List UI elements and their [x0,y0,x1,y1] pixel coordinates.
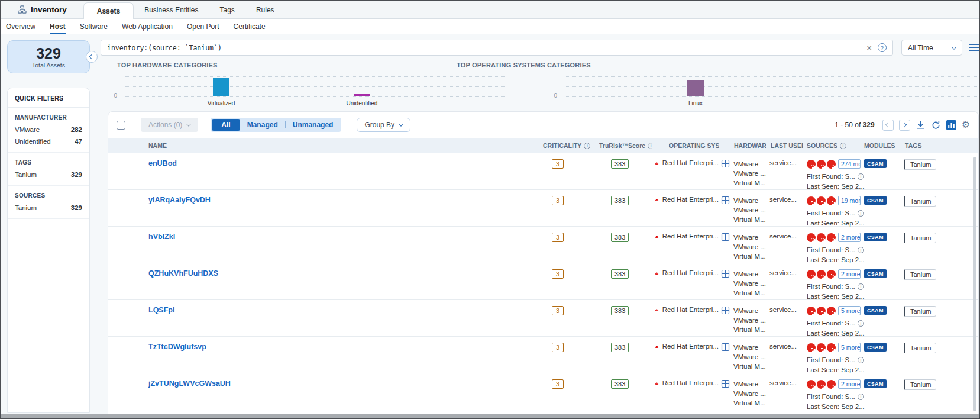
segment-all[interactable]: All [212,119,240,131]
bar-unidentified[interactable] [354,94,370,96]
last-seen-line: Last Seen: Sep 2... [807,403,861,410]
filter-item-source-tanium[interactable]: Tanium 329 [15,204,82,211]
segment-managed[interactable]: Managed [240,119,285,131]
filter-section-title: MANUFACTURER [15,114,82,121]
redhat-icon [655,343,659,351]
column-header-trurisk-score[interactable]: TruRisk™Score [593,142,652,149]
filter-section-title: TAGS [15,159,82,166]
column-header-operating-system[interactable]: OPERATING SYSTEM [652,142,719,149]
column-header-name[interactable]: NAME [144,142,537,149]
more-sources-badge[interactable]: 19 more [838,196,861,205]
more-sources-badge[interactable]: 2 more [838,269,861,279]
column-header-sources[interactable]: SOURCES [803,142,861,149]
trurisk-score-badge: 383 [611,343,629,352]
previous-page-button[interactable] [882,120,894,131]
tab-rules[interactable]: Rules [245,1,285,19]
column-header-last-user[interactable]: LAST USER [766,142,803,149]
tanium-source-icon [827,270,836,279]
column-header-criticality[interactable]: CRITICALITY [537,142,593,149]
table-row: jZvTUNgLWVcGWsaUH3383Red Hat Enterpri...… [108,373,978,410]
more-sources-badge[interactable]: 5 more [838,343,861,352]
tanium-source-icon [807,160,816,169]
operating-system-cell: Red Hat Enterpri... [652,190,719,226]
criticality-cell: 3 [537,153,593,189]
column-header-modules[interactable]: MODULES [861,142,901,149]
asset-name-link[interactable]: hVbIZkl [148,233,175,241]
top-navigation-bar: Inventory Assets Business Entities Tags … [1,1,979,19]
filter-item-vmware[interactable]: VMware 282 [15,126,82,133]
tanium-source-icon [827,380,836,389]
chart-view-icon[interactable] [946,120,956,130]
redhat-icon [655,159,659,167]
chevron-left-icon [885,123,890,127]
criticality-cell: 3 [537,337,593,373]
trurisk-score-badge: 383 [611,306,629,315]
asset-name-link[interactable]: yIARqAaIyFQvDH [148,196,211,204]
app-title: Inventory [18,5,67,14]
os-chart-title: TOP OPERATING SYSTEMS CATEGORIES [457,62,591,69]
select-all-checkbox[interactable] [117,121,125,130]
subnav-overview[interactable]: Overview [6,19,35,34]
last-user-cell: service... [766,263,803,299]
criticality-cell: 3 [537,373,593,410]
refresh-icon[interactable] [931,120,941,130]
asset-name-link[interactable]: jZvTUNgLWVcGWsaUH [148,379,231,388]
tab-assets[interactable]: Assets [83,2,134,20]
last-user: service... [769,159,797,166]
tags-cell: Tanium [901,190,978,226]
subnav-open-port[interactable]: Open Port [187,19,219,34]
column-header-tags[interactable]: TAGS [901,142,978,149]
menu-hamburger-icon[interactable] [969,44,979,53]
subnav-web-application[interactable]: Web Application [122,19,173,34]
more-sources-badge[interactable]: 2 more [838,233,861,242]
table-vertical-scrollbar[interactable] [973,157,976,411]
search-help-icon[interactable]: ? [878,43,887,52]
source-icons: 5 more [807,306,861,315]
more-sources-badge[interactable]: 274 more [838,159,861,169]
source-icons: 19 more [807,196,861,205]
tanium-source-icon [817,380,826,389]
last-user-cell: service... [766,190,803,226]
subnav-host[interactable]: Host [50,19,66,34]
more-sources-badge[interactable]: 5 more [838,306,861,315]
filter-item-unidentified[interactable]: Unidentified 47 [15,138,82,145]
segment-unmanaged[interactable]: Unmanaged [286,119,341,131]
download-icon[interactable] [916,120,926,130]
operating-system-cell: Red Hat Enterpri... [652,263,719,299]
redhat-icon [655,379,659,388]
query-search-bar[interactable]: × ? [101,40,893,56]
asset-name-link[interactable]: QZHuKVhFUuHDXS [148,269,218,278]
filter-item-tag-tanium[interactable]: Tanium 329 [15,171,82,178]
next-page-button[interactable] [899,120,910,131]
filter-section-tags: TAGS Tanium 329 [8,153,89,186]
operating-system-cell: Red Hat Enterpri... [652,153,719,189]
tab-business-entities[interactable]: Business Entities [134,1,209,19]
subnav-certificate[interactable]: Certificate [234,19,266,34]
hardware-cell: VMwareVMware ...Virtual M... [719,263,766,299]
time-range-dropdown[interactable]: All Time [901,40,962,56]
bar-virtualized[interactable] [213,78,229,96]
modules-cell: CSAM [861,263,901,299]
column-header-hardware[interactable]: HARDWARE [719,142,766,149]
tab-tags[interactable]: Tags [209,1,245,19]
time-range-value: All Time [908,44,933,52]
asset-name-link[interactable]: TzTtcDWglufsvp [148,343,206,351]
os-name: Red Hat Enterpri... [662,343,719,373]
clear-search-icon[interactable]: × [866,43,872,52]
table-row: enUBod3383Red Hat Enterpri...VMwareVMwar… [108,153,978,190]
filter-section-manufacturer: MANUFACTURER VMware 282 Unidentified 47 [8,108,89,153]
asset-name-link[interactable]: LQSFpl [148,306,174,314]
bar-linux[interactable] [687,80,704,96]
settings-gear-icon[interactable]: ⚙ [962,120,970,130]
subnav-software[interactable]: Software [80,19,108,34]
actions-button[interactable]: Actions (0) [141,118,198,132]
asset-name-link[interactable]: enUBod [148,159,177,167]
more-sources-badge[interactable]: 2 more [838,379,861,389]
search-input[interactable] [107,44,861,52]
source-icons: 5 more [807,343,861,352]
main-area: 329 Total Assets QUICK FILTERS MANUFACTU… [1,34,979,418]
page-horizontal-scrollbar[interactable] [1,414,979,418]
group-by-button[interactable]: Group By [357,118,410,132]
table-body: enUBod3383Red Hat Enterpri...VMwareVMwar… [108,153,978,418]
filter-count: 282 [71,126,82,133]
